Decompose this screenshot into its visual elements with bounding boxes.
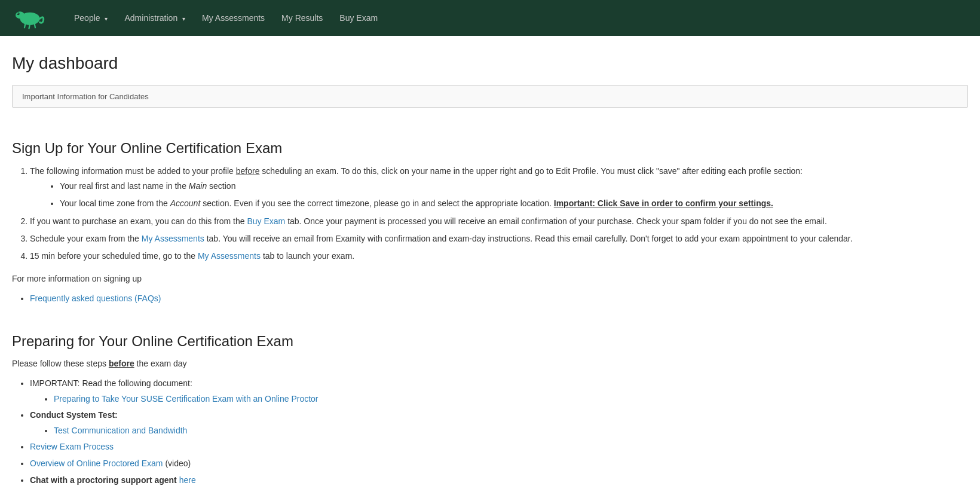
nav-item-buy-exam[interactable]: Buy Exam <box>331 8 386 27</box>
svg-line-4 <box>24 23 26 27</box>
preparing-heading: Preparing for Your Online Certification … <box>12 333 968 350</box>
chat-here-link[interactable]: here <box>179 475 196 485</box>
preparing-section: Preparing for Your Online Certification … <box>12 313 968 492</box>
step1-sub1: Your real first and last name in the Mai… <box>60 179 968 194</box>
svg-point-2 <box>17 12 20 15</box>
nav-item-people[interactable]: People ▾ <box>66 8 116 27</box>
preparing-bullet-5: Chat with a proctoring support agent her… <box>30 472 968 488</box>
faq-list: Frequently asked questions (FAQs) <box>30 290 968 307</box>
nav-item-my-assessments[interactable]: My Assessments <box>194 8 273 27</box>
logo-icon <box>12 5 48 29</box>
review-exam-link[interactable]: Review Exam Process <box>30 442 114 451</box>
step1-subbullets: Your real first and last name in the Mai… <box>60 179 968 211</box>
page-title: My dashboard <box>12 54 968 73</box>
svg-line-5 <box>29 24 30 29</box>
logo <box>12 5 48 31</box>
test-communication-link[interactable]: Test Communication and Bandwidth <box>54 426 187 435</box>
nav-link-administration[interactable]: Administration ▾ <box>116 8 194 27</box>
preparing-sub-2: Test Communication and Bandwidth <box>54 423 968 438</box>
nav-item-my-results[interactable]: My Results <box>273 8 331 27</box>
signup-steps-list: The following information must be added … <box>30 164 968 264</box>
nav-link-buy-exam[interactable]: Buy Exam <box>331 8 386 27</box>
preparing-bullet-3: Review Exam Process <box>30 438 968 455</box>
faq-list-item: Frequently asked questions (FAQs) <box>30 290 968 307</box>
preparing-bullet-2: Conduct System Test: Test Communication … <box>30 407 968 438</box>
my-assessments-link-1[interactable]: My Assessments <box>142 234 204 243</box>
nav-link-my-assessments[interactable]: My Assessments <box>194 8 273 27</box>
signup-step-3: Schedule your exam from the My Assessmen… <box>30 231 968 246</box>
step1-sub2: Your local time zone from the Account se… <box>60 196 968 211</box>
signup-heading: Sign Up for Your Online Certification Ex… <box>12 140 968 157</box>
nav-item-administration[interactable]: Administration ▾ <box>116 8 194 27</box>
signup-step-4: 15 min before your scheduled time, go to… <box>30 249 968 264</box>
page-content: My dashboard Important Information for C… <box>0 36 980 492</box>
my-assessments-link-2[interactable]: My Assessments <box>198 251 261 261</box>
nav-menu: People ▾ Administration ▾ My Assessments… <box>66 8 386 27</box>
signup-step-2: If you want to purchase an exam, you can… <box>30 214 968 229</box>
preparing-bullets: IMPORTANT: Read the following document: … <box>30 375 968 488</box>
info-box-title: Important Information for Candidates <box>22 92 149 101</box>
preparing-bullet-1: IMPORTANT: Read the following document: … <box>30 375 968 407</box>
chevron-down-icon-2: ▾ <box>182 16 185 22</box>
info-box: Important Information for Candidates <box>12 85 968 108</box>
preparing-sub-1: Preparing to Take Your SUSE Certificatio… <box>54 392 968 407</box>
nav-link-my-results[interactable]: My Results <box>273 8 331 27</box>
preparing-bullet-4: Overview of Online Proctored Exam (video… <box>30 455 968 472</box>
navbar: People ▾ Administration ▾ My Assessments… <box>0 0 980 36</box>
svg-line-6 <box>35 23 36 27</box>
svg-point-3 <box>17 13 19 14</box>
nav-link-people[interactable]: People ▾ <box>66 8 116 27</box>
overview-link[interactable]: Overview of Online Proctored Exam <box>30 459 163 468</box>
buy-exam-link[interactable]: Buy Exam <box>247 216 285 226</box>
signup-section: Sign Up for Your Online Certification Ex… <box>12 120 968 313</box>
preparing-link-proctor[interactable]: Preparing to Take Your SUSE Certificatio… <box>54 394 318 404</box>
more-info-label: For more information on signing up <box>12 272 968 286</box>
preparing-intro: Please follow these steps before the exa… <box>12 357 968 371</box>
faq-link[interactable]: Frequently asked questions (FAQs) <box>30 294 161 303</box>
svg-point-1 <box>16 11 24 19</box>
chevron-down-icon: ▾ <box>105 16 108 22</box>
signup-step-1: The following information must be added … <box>30 164 968 212</box>
